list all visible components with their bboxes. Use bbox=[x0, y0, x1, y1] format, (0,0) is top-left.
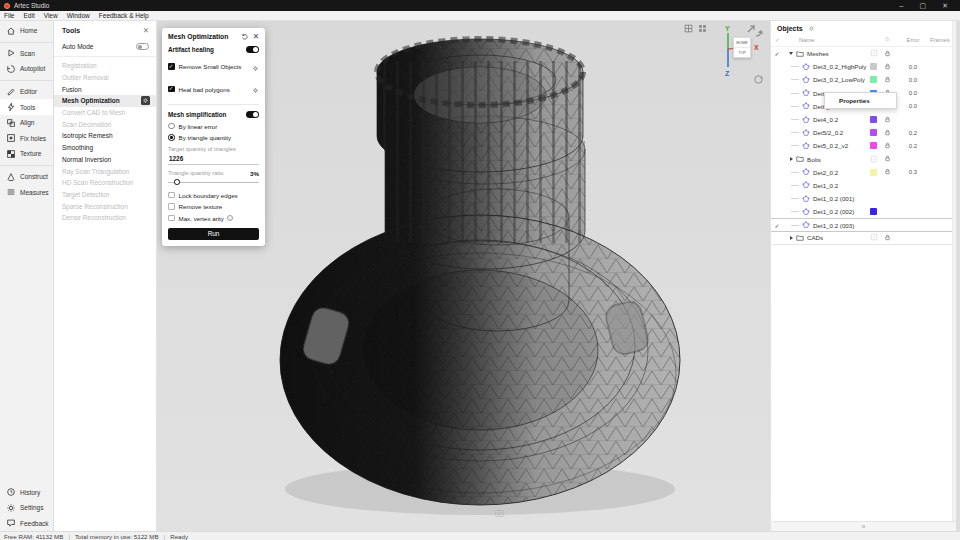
sidebar-item-fix-holes[interactable]: Fix holes bbox=[0, 131, 53, 147]
reset-icon[interactable] bbox=[241, 33, 248, 40]
object-row-det2-0-2[interactable]: Det2_0.20.3 bbox=[771, 166, 956, 179]
object-row-det1-0-2-002-[interactable]: Det1_0.2 (002) bbox=[771, 205, 956, 218]
visibility-check[interactable]: ✓ bbox=[771, 222, 783, 229]
sidebar-item-settings[interactable]: Settings bbox=[0, 500, 53, 516]
object-row-det4-0-2[interactable]: Det4_0.2 bbox=[771, 113, 956, 126]
lock-icon[interactable] bbox=[884, 168, 896, 176]
view-home-button[interactable]: HOME bbox=[734, 38, 750, 47]
auto-mode-toggle[interactable] bbox=[136, 43, 149, 50]
option-gear-icon[interactable] bbox=[252, 80, 259, 98]
sidebar-item-label: Scan bbox=[20, 50, 35, 57]
menu-item-file[interactable]: File bbox=[4, 12, 14, 19]
menu-item-view[interactable]: View bbox=[44, 12, 58, 19]
sidebar-item-history[interactable]: History bbox=[0, 484, 53, 500]
mesh-icon bbox=[802, 129, 810, 137]
info-icon[interactable]: i bbox=[227, 215, 233, 221]
lock-icon[interactable] bbox=[884, 76, 896, 84]
maximize-button[interactable]: ▢ bbox=[920, 0, 927, 11]
sidebar-item-measures[interactable]: Measures bbox=[0, 184, 53, 200]
tool-item-isotropic-remesh[interactable]: Isotropic Remesh bbox=[54, 130, 156, 142]
color-swatch bbox=[870, 169, 877, 176]
sidebar-item-align[interactable]: Align bbox=[0, 115, 53, 131]
checkbox-label: Max. vertex arity bbox=[179, 215, 224, 222]
radio-button[interactable] bbox=[168, 134, 175, 141]
radio-button[interactable] bbox=[168, 123, 175, 130]
lock-icon[interactable] bbox=[884, 50, 896, 58]
object-row-meshes[interactable]: ✓Meshes bbox=[771, 47, 956, 60]
measures-icon bbox=[6, 187, 16, 197]
menu-item-edit[interactable]: Edit bbox=[23, 12, 34, 19]
object-row-det5-2-0-2[interactable]: Det5/2_0.20.2 bbox=[771, 126, 956, 139]
lock-icon[interactable] bbox=[884, 116, 896, 124]
sidebar-item-home[interactable]: Home bbox=[0, 23, 53, 39]
slider-knob[interactable] bbox=[174, 179, 180, 185]
checkbox[interactable] bbox=[168, 215, 175, 222]
3d-viewport[interactable]: Y Z X HOME TOP Mesh Optimization bbox=[157, 21, 770, 531]
sidebar-item-scan[interactable]: Scan bbox=[0, 46, 53, 62]
lock-icon[interactable] bbox=[884, 155, 896, 163]
object-row-det3-0-2-lowpoly[interactable]: Det3_0.2_LowPoly0.0 bbox=[771, 73, 956, 86]
edit-icon[interactable] bbox=[870, 155, 884, 164]
visibility-check[interactable]: ✓ bbox=[771, 50, 783, 57]
tool-item-fusion[interactable]: Fusion bbox=[54, 83, 156, 95]
sidebar-item-feedback[interactable]: Feedback bbox=[0, 515, 53, 531]
grid-view-icon[interactable] bbox=[684, 24, 693, 33]
object-row-det3-0-2-highpoly[interactable]: Det3_0.2_HighPoly0.0 bbox=[771, 60, 956, 73]
dialog-close-icon[interactable]: ✕ bbox=[253, 33, 259, 40]
checkbox[interactable] bbox=[168, 192, 175, 199]
option-gear-icon[interactable] bbox=[252, 58, 259, 76]
minimize-button[interactable]: – bbox=[900, 0, 904, 11]
expand-arrow-icon[interactable] bbox=[790, 236, 793, 240]
edit-icon[interactable] bbox=[870, 49, 884, 58]
object-row-bolts[interactable]: Bolts bbox=[771, 153, 956, 166]
object-row-det1-0-2-001-[interactable]: Det1_0.2 (001) bbox=[771, 192, 956, 205]
sidebar-item-tools[interactable]: Tools bbox=[0, 99, 53, 115]
edit-icon[interactable] bbox=[870, 233, 884, 242]
sidebar-item-construct[interactable]: Construct bbox=[0, 169, 53, 185]
objects-settings-icon[interactable] bbox=[808, 25, 815, 32]
scrollbar-track[interactable] bbox=[952, 21, 956, 521]
lock-icon[interactable] bbox=[884, 129, 896, 137]
expand-arrow-icon[interactable] bbox=[790, 157, 793, 161]
close-button[interactable]: ✕ bbox=[942, 0, 948, 11]
menu-item-feedback-help[interactable]: Feedback & Help bbox=[99, 12, 149, 19]
sidebar-item-editor[interactable]: Editor bbox=[0, 84, 53, 100]
lock-icon[interactable] bbox=[884, 142, 896, 150]
tool-item-label: Outlier Removal bbox=[62, 74, 109, 81]
run-button[interactable]: Run bbox=[168, 228, 259, 240]
orbit-icon[interactable] bbox=[753, 74, 764, 85]
target-quantity-input[interactable]: 1226 bbox=[168, 154, 259, 165]
artifact-healing-toggle[interactable] bbox=[246, 46, 259, 53]
mesh-simplification-toggle[interactable] bbox=[246, 111, 259, 118]
object-name-label: Det1_0.2 (002) bbox=[813, 208, 854, 215]
object-row-det5-0-2-v2[interactable]: Det5_0.2_v20.2 bbox=[771, 139, 956, 152]
error-value: 0.0 bbox=[896, 90, 930, 96]
collapse-arrow-icon[interactable] bbox=[789, 52, 793, 55]
radio-row: By linear error bbox=[168, 123, 259, 130]
feedback-icon bbox=[6, 518, 16, 528]
viewport-badge-icon bbox=[495, 509, 504, 517]
sidebar-item-texture[interactable]: Texture bbox=[0, 146, 53, 162]
object-row-cads[interactable]: CADs bbox=[771, 232, 956, 245]
tool-item-smoothing[interactable]: Smoothing bbox=[54, 142, 156, 154]
view-top-button[interactable]: TOP bbox=[734, 47, 750, 57]
menu-item-window[interactable]: Window bbox=[67, 12, 90, 19]
lock-icon[interactable] bbox=[884, 63, 896, 71]
object-row-det1-0-2-003-[interactable]: ✓Det1_0.2 (003) bbox=[771, 218, 956, 231]
tool-item-convert-cad-to-mesh: Convert CAD to Mesh bbox=[54, 107, 156, 119]
checkbox[interactable] bbox=[168, 86, 175, 93]
checkbox[interactable] bbox=[168, 203, 175, 210]
tool-settings-badge-icon[interactable] bbox=[141, 96, 150, 105]
tool-item-mesh-optimization[interactable]: Mesh Optimization bbox=[54, 95, 156, 107]
ratio-slider[interactable] bbox=[168, 179, 259, 187]
object-row-det1-0-2[interactable]: Det1_0.2 bbox=[771, 179, 956, 192]
sidebar-item-label: Align bbox=[20, 119, 34, 126]
checkbox[interactable] bbox=[168, 63, 175, 70]
tool-item-normal-inversion[interactable]: Normal Inversion bbox=[54, 154, 156, 166]
multi-view-icon[interactable] bbox=[698, 24, 707, 33]
sidebar-item-autopilot[interactable]: Autopilot bbox=[0, 61, 53, 77]
mesh-icon bbox=[802, 168, 810, 176]
tools-close-icon[interactable]: ✕ bbox=[143, 26, 149, 35]
lock-icon[interactable] bbox=[884, 234, 896, 242]
panel-collapse-button[interactable]: » bbox=[771, 521, 956, 531]
